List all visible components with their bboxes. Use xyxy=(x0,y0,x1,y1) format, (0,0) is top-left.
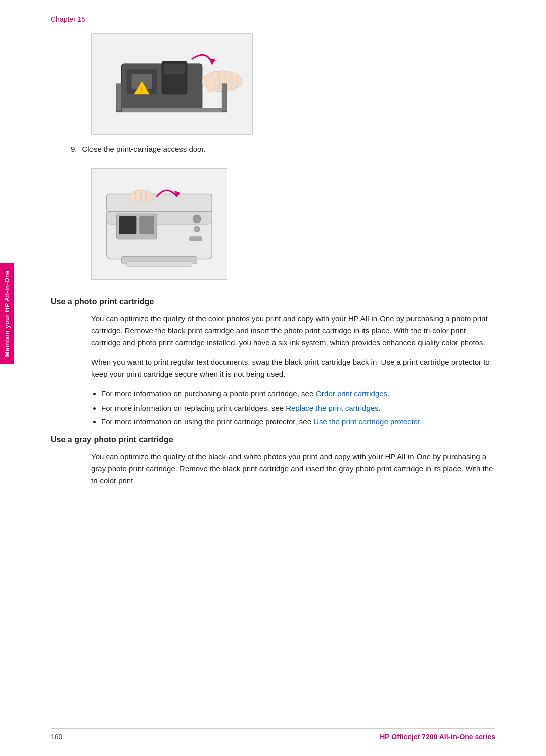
svg-rect-25 xyxy=(139,216,154,234)
svg-rect-33 xyxy=(141,190,145,201)
svg-point-28 xyxy=(193,215,201,223)
bullet1-suffix: . xyxy=(387,389,389,398)
illustration-1-container: ! xyxy=(91,33,495,135)
section2-para1: You can optimize the quality of the blac… xyxy=(91,451,495,487)
section1-heading: Use a photo print cartridge xyxy=(51,297,495,306)
svg-rect-15 xyxy=(117,108,228,112)
svg-point-14 xyxy=(206,76,216,92)
svg-rect-13 xyxy=(233,73,238,88)
section1-para2: When you want to print regular text docu… xyxy=(91,356,495,380)
close-door-svg xyxy=(92,168,227,280)
svg-point-29 xyxy=(194,226,200,232)
section1-para1: You can optimize the quality of the colo… xyxy=(91,313,495,349)
svg-rect-24 xyxy=(119,216,137,234)
order-print-cartridges-link[interactable]: Order print cartridges xyxy=(315,389,387,398)
bullet3-suffix: . xyxy=(420,417,422,426)
bullet3-prefix: For more information on using the print … xyxy=(101,417,313,426)
bullet2-suffix: . xyxy=(379,404,381,412)
step-9: 9.Close the print-carriage access door. xyxy=(71,145,495,153)
step-number: 9. xyxy=(71,145,77,153)
bullet2-prefix: For more information on replacing print … xyxy=(101,404,286,412)
svg-rect-34 xyxy=(146,190,150,200)
page-number: 160 xyxy=(51,733,62,741)
chapter-label: Chapter 15 xyxy=(51,15,495,23)
product-name: HP Officejet 7200 All-in-One series xyxy=(380,733,495,741)
page: Maintain your HP All-in-One Chapter 15 ! xyxy=(0,0,546,756)
side-tab-label: Maintain your HP All-in-One xyxy=(4,270,11,357)
section1-bullets: For more information on purchasing a pho… xyxy=(101,387,495,428)
side-tab: Maintain your HP All-in-One xyxy=(0,263,14,364)
step-description: Close the print-carriage access door. xyxy=(82,145,206,153)
svg-rect-16 xyxy=(117,84,122,112)
illustration-2-container xyxy=(91,168,495,280)
cartridge-protector-link[interactable]: Use the print cartridge protector xyxy=(313,417,420,426)
svg-rect-7 xyxy=(164,64,185,74)
svg-rect-27 xyxy=(126,261,192,266)
illustration-1: ! xyxy=(91,33,253,135)
bullet-3: For more information on using the print … xyxy=(101,415,495,428)
svg-rect-17 xyxy=(222,84,227,112)
svg-text:!: ! xyxy=(141,86,143,94)
bullet1-prefix: For more information on purchasing a pho… xyxy=(101,389,315,398)
cartridge-insertion-svg: ! xyxy=(92,33,252,135)
svg-rect-32 xyxy=(135,190,140,200)
footer: 160 HP Officejet 7200 All-in-One series xyxy=(51,728,495,741)
section2-heading: Use a gray photo print cartridge xyxy=(51,435,495,444)
replace-cartridges-link[interactable]: Replace the print cartridges xyxy=(286,404,378,412)
illustration-2 xyxy=(91,168,228,280)
bullet-1: For more information on purchasing a pho… xyxy=(101,387,495,401)
svg-rect-21 xyxy=(107,194,212,211)
svg-rect-30 xyxy=(190,237,202,241)
bullet-2: For more information on replacing print … xyxy=(101,402,495,415)
